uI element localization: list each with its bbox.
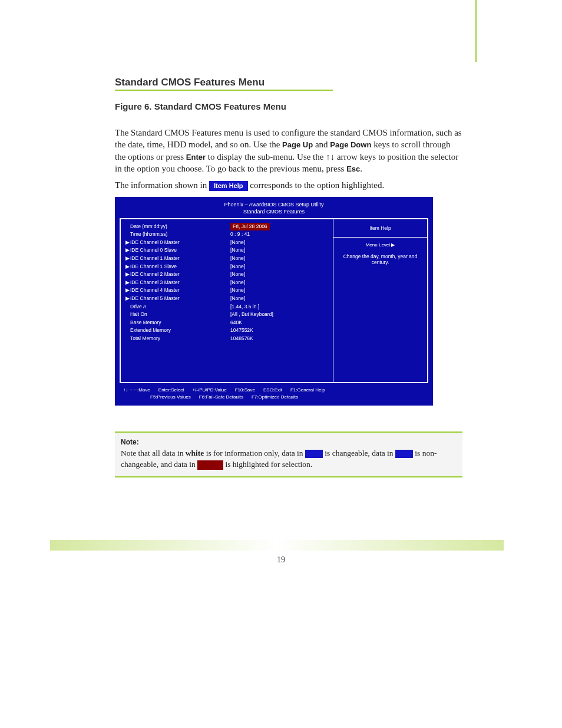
submenu-triangle-icon (125, 303, 130, 311)
text: to display the sub-menu. Use the (206, 152, 326, 162)
bios-field-value: 0 : 9 : 41 (230, 230, 250, 239)
bios-field-label: IDE Channel 0 Slave (130, 246, 230, 255)
bios-field-label: IDE Channel 2 Master (130, 271, 230, 279)
bios-row: Date (mm:dd:yy)Fri, Jul 28 2006 (125, 223, 328, 231)
note-text: is highlighted for selection. (223, 460, 312, 469)
bios-field-value: 640K (230, 319, 242, 327)
bios-row: ▶IDE Channel 0 Slave[None] (125, 246, 328, 255)
yellow-chip-icon (305, 450, 323, 458)
bios-help-pane: Item Help Menu Level ▶ Change the day, m… (333, 219, 427, 382)
bios-help-title: Item Help (333, 219, 427, 238)
submenu-triangle-icon (125, 327, 130, 335)
note-white-label: white (186, 449, 204, 457)
bios-key-hint: ↑↓→←:Move (123, 387, 150, 394)
bios-field-value: 1048576K (230, 335, 253, 343)
bios-menu-level: Menu Level ▶ (338, 242, 422, 248)
bios-help-body: Menu Level ▶ Change the day, month, year… (333, 238, 427, 270)
submenu-triangle-icon: ▶ (125, 271, 130, 279)
submenu-triangle-icon (125, 319, 130, 327)
bios-key-hint: F7:Optimized Defaults (252, 394, 298, 401)
submenu-triangle-icon: ▶ (125, 246, 130, 255)
note-text: Note that all data in (121, 449, 186, 457)
note-text: is for information only, data in (204, 449, 305, 457)
bios-row: Time (hh:mm:ss)0 : 9 : 41 (125, 230, 328, 239)
submenu-triangle-icon: ▶ (125, 255, 130, 263)
key-pageup: Page Up (282, 140, 313, 149)
bios-help-text: Change the day, month, year and century. (338, 253, 422, 265)
bios-header-line: Standard CMOS Features (120, 209, 428, 216)
bios-field-label: Drive A (130, 303, 230, 311)
bios-field-value: [None] (230, 255, 245, 263)
bios-field-value: [None] (230, 239, 245, 247)
text: . (360, 164, 362, 173)
bios-field-value: Fri, Jul 28 2006 (230, 223, 270, 231)
bios-field-label: Extended Memory (130, 327, 230, 335)
bios-key-hint: +/-/PU/PD:Value (192, 387, 226, 394)
submenu-triangle-icon (125, 223, 130, 231)
submenu-triangle-icon: ▶ (125, 295, 130, 303)
bios-row: Extended Memory1047552K (125, 327, 328, 335)
bios-field-label: Time (hh:mm:ss) (130, 230, 230, 239)
submenu-triangle-icon: ▶ (125, 286, 130, 295)
bios-field-label: Base Memory (130, 319, 230, 327)
text: The information shown in (115, 180, 209, 190)
bios-field-value: [None] (230, 246, 245, 255)
bios-header-line: Phoenix – AwardBIOS CMOS Setup Utility (120, 202, 428, 209)
bios-field-value: 1047552K (230, 327, 253, 335)
bios-field-label: IDE Channel 5 Master (130, 295, 230, 303)
item-help-chip: Item Help (209, 181, 248, 191)
note-box: Note: Note that all data in white is for… (115, 431, 462, 478)
page-content: Standard CMOS Features Menu Figure 6. St… (115, 77, 462, 477)
text: and (313, 140, 330, 149)
note-title: Note: (121, 437, 457, 447)
bios-row: ▶IDE Channel 3 Master[None] (125, 279, 328, 287)
bios-row: ▶IDE Channel 2 Master[None] (125, 271, 328, 279)
page-footer-bar (50, 540, 504, 551)
intro-paragraph-1: The Standard CMOS Features menu is used … (115, 127, 462, 174)
key-enter: Enter (186, 153, 206, 162)
bios-field-value: [None] (230, 286, 245, 295)
blue-chip-icon (395, 450, 413, 458)
bios-field-value: [None] (230, 295, 245, 303)
bios-frame: Date (mm:dd:yy)Fri, Jul 28 2006Time (hh:… (120, 218, 428, 383)
bios-row: Drive A[1.44, 3.5 in.] (125, 303, 328, 311)
text: corresponds to the option highlighted. (248, 180, 385, 190)
submenu-triangle-icon (125, 230, 130, 239)
bios-row: ▶IDE Channel 1 Slave[None] (125, 263, 328, 271)
bios-field-label: IDE Channel 0 Master (130, 239, 230, 247)
key-esc: Esc (346, 164, 360, 173)
submenu-triangle-icon (125, 335, 130, 343)
bios-field-label: IDE Channel 4 Master (130, 286, 230, 295)
submenu-triangle-icon: ▶ (125, 279, 130, 287)
bios-field-label: IDE Channel 3 Master (130, 279, 230, 287)
bios-field-value: [None] (230, 263, 245, 271)
bios-field-label: Date (mm:dd:yy) (130, 223, 230, 231)
bios-field-label: Total Memory (130, 335, 230, 343)
page-number: 19 (0, 555, 562, 565)
bios-field-value: [All , But Keyboard] (230, 311, 273, 319)
bios-row: ▶IDE Channel 1 Master[None] (125, 255, 328, 263)
submenu-triangle-icon: ▶ (125, 239, 130, 247)
bios-field-label: Halt On (130, 311, 230, 319)
bios-row: ▶IDE Channel 5 Master[None] (125, 295, 328, 303)
bios-field-value: [None] (230, 279, 245, 287)
figure-caption: Figure 6. Standard CMOS Features Menu (115, 101, 462, 111)
bios-row: Halt On[All , But Keyboard] (125, 311, 328, 319)
red-chip-icon (197, 460, 223, 470)
title-underline (115, 90, 333, 91)
section-title: Standard CMOS Features Menu (115, 77, 462, 88)
bios-screenshot: Phoenix – AwardBIOS CMOS Setup Utility S… (115, 197, 433, 405)
bios-field-value: [1.44, 3.5 in.] (230, 303, 259, 311)
arrow-keys-icon: ↑↓ (326, 151, 335, 162)
key-pagedown: Page Down (330, 140, 371, 149)
bios-key-hint: ESC:Exit (263, 387, 282, 394)
bios-row: Total Memory1048576K (125, 335, 328, 343)
bios-field-label: IDE Channel 1 Master (130, 255, 230, 263)
bios-main-pane: Date (mm:dd:yy)Fri, Jul 28 2006Time (hh:… (121, 219, 333, 382)
bios-row: Base Memory640K (125, 319, 328, 327)
bios-field-label: IDE Channel 1 Slave (130, 263, 230, 271)
bios-key-hint: F1:General Help (290, 387, 325, 394)
bios-key-hint: F5:Previous Values (150, 394, 191, 401)
submenu-triangle-icon (125, 311, 130, 319)
bios-key-hint: F6:Fail-Safe Defaults (199, 394, 243, 401)
